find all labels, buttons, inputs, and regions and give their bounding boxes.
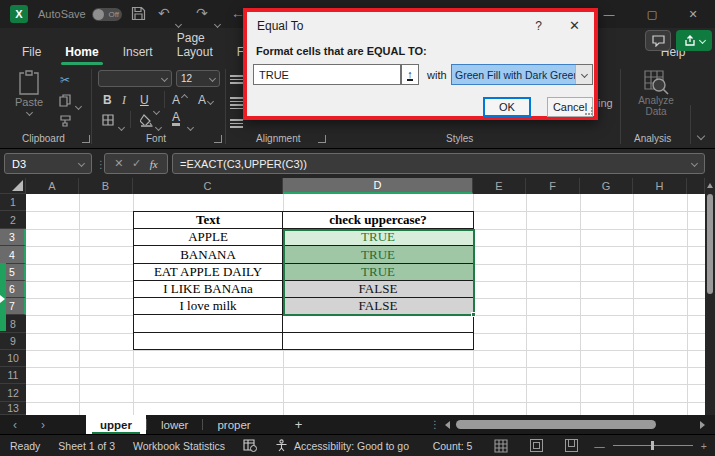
dialog-help-button[interactable]: ? [535,19,542,33]
cell-text-value[interactable]: APPLE [133,229,283,246]
header-cell-text[interactable]: Text [133,211,283,229]
sheet-tab-proper[interactable]: proper [203,415,264,434]
row-header-1[interactable]: 1 [0,194,26,211]
column-header-d[interactable]: D [283,178,473,194]
row-header-4[interactable]: 4 [0,246,26,264]
increase-font-button[interactable]: A [172,93,187,107]
tab-insert[interactable]: Insert [111,42,165,65]
analyze-data-button[interactable]: Analyze Data [626,69,686,117]
redo-button[interactable]: ↷ [196,6,208,20]
cancel-entry-icon[interactable]: ✕ [114,157,123,170]
align-right-icon[interactable] [230,73,243,86]
page-break-view-icon[interactable] [565,439,578,452]
page-layout-view-icon[interactable] [530,439,543,452]
conditional-formatting-partial-label[interactable]: ing [598,97,613,109]
font-dialog-launcher[interactable] [214,135,222,143]
cell-text-value[interactable]: BANANA [133,246,283,264]
cell-text-value[interactable] [133,315,283,333]
row-header-2[interactable]: 2 [0,211,26,229]
copy-chevron-icon[interactable] [76,95,81,113]
scroll-up-icon[interactable] [707,183,713,188]
copy-icon[interactable] [57,93,73,107]
normal-view-icon[interactable] [494,439,508,452]
name-box[interactable]: D3 [4,153,92,174]
workbook-statistics-button[interactable]: Workbook Statistics [133,440,225,452]
workbook-statistics-icon[interactable] [243,439,257,452]
fill-handle[interactable] [471,312,476,317]
underline-button[interactable]: U [140,93,149,107]
vscroll-thumb[interactable] [707,194,713,294]
undo-button[interactable]: ↶ [158,6,170,20]
row-header-3[interactable]: 3 [0,229,26,246]
format-painter-icon[interactable] [57,113,73,127]
comments-button[interactable] [645,30,671,51]
font-size-combo[interactable]: 12 [176,70,220,87]
column-header-a[interactable]: A [26,178,79,194]
tab-page-layout[interactable]: Page Layout [165,28,225,65]
cell-check-value[interactable] [283,333,474,350]
add-sheet-button[interactable]: + [295,417,303,432]
accessibility-icon[interactable] [275,439,288,452]
sheetbar-splitter-icon[interactable]: ⋮ [430,419,441,430]
collapse-ribbon-chevron-icon[interactable] [698,125,704,143]
format-dropdown-chevron-icon[interactable] [575,65,592,84]
decrease-font-button[interactable]: A [198,93,213,107]
row-header-9[interactable]: 9 [0,333,26,350]
share-button[interactable] [676,30,712,51]
justify-icon[interactable] [230,95,243,111]
dialog-close-button[interactable]: ✕ [569,18,580,33]
vertical-scrollbar[interactable] [705,178,715,415]
font-name-combo[interactable] [98,70,172,87]
cell-check-value[interactable] [283,315,474,333]
accessibility-status[interactable]: Accessibility: Good to go [294,440,409,452]
row-header-12[interactable]: 12 [0,384,26,402]
enter-entry-icon[interactable]: ✓ [132,157,141,170]
column-header-b[interactable]: B [79,178,133,194]
cell-text-value[interactable] [133,333,283,350]
cell-text-value[interactable]: I love milk [133,298,283,315]
cut-icon[interactable]: ✂ [57,73,73,87]
paste-button[interactable]: Paste [8,70,50,128]
cell-text-value[interactable]: EAT APPLE DAILY [133,264,283,281]
borders-chevron-icon[interactable] [119,116,124,134]
sheet-tab-lower[interactable]: lower [147,415,202,434]
tab-file[interactable]: File [10,42,53,65]
font-color-chevron-icon[interactable] [188,116,193,134]
formula-input[interactable]: =EXACT(C3,UPPER(C3)) [172,153,705,174]
minimize-button[interactable]: — [602,8,616,20]
column-header-e[interactable]: E [473,178,526,194]
borders-icon[interactable] [100,113,116,127]
indent-icon[interactable] [230,117,243,130]
scroll-left-icon[interactable] [445,421,450,429]
sheet-tab-upper[interactable]: upper [86,415,146,434]
dialog-resize-grip[interactable] [585,107,593,115]
header-cell-check[interactable]: check uppercase? [283,211,474,229]
zoom-in-button[interactable]: + [701,440,707,452]
scroll-right-icon[interactable] [700,421,705,429]
column-header-h[interactable]: H [633,178,687,194]
bold-button[interactable]: B [103,93,112,107]
font-color-button[interactable]: A [172,111,180,126]
insert-function-icon[interactable]: fx [150,158,158,170]
cell-text-value[interactable]: I LIKE BANAna [133,281,283,298]
fill-color-chevron-icon[interactable] [156,116,161,134]
column-header-partial[interactable] [687,178,705,194]
format-dropdown[interactable]: Green Fill with Dark Green Text [451,64,593,85]
row-header-11[interactable]: 11 [0,367,26,384]
range-picker-button[interactable]: ↑ [401,64,419,85]
select-all-button[interactable] [0,178,26,194]
alignment-dialog-launcher[interactable] [318,135,326,143]
fill-color-icon[interactable] [138,113,154,127]
zoom-out-button[interactable]: — [594,440,605,452]
sheet-nav-right-icon[interactable]: › [30,418,56,432]
clipboard-dialog-launcher[interactable] [82,135,90,143]
ok-button[interactable]: OK [483,97,531,117]
autosave-toggle[interactable]: Off [92,8,122,21]
column-header-g[interactable]: G [580,178,633,194]
italic-button[interactable]: I [122,93,126,108]
close-button[interactable]: ✕ [686,8,700,20]
hscroll-thumb[interactable] [456,420,656,429]
column-header-f[interactable]: F [526,178,580,194]
tab-home[interactable]: Home [53,42,110,65]
horizontal-scrollbar[interactable] [445,418,705,431]
